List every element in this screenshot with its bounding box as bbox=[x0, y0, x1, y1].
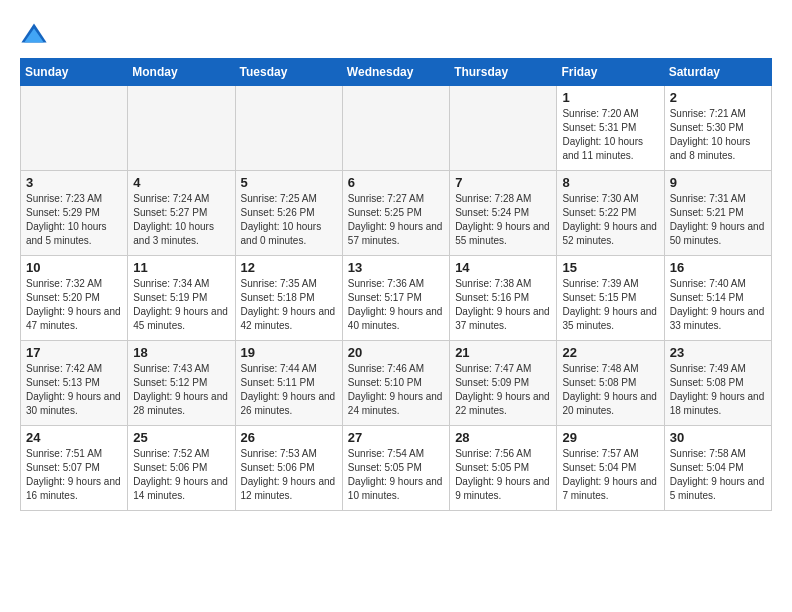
day-info: Sunrise: 7:23 AMSunset: 5:29 PMDaylight:… bbox=[26, 192, 122, 248]
day-number: 22 bbox=[562, 345, 658, 360]
day-number: 16 bbox=[670, 260, 766, 275]
calendar-day-cell: 19Sunrise: 7:44 AMSunset: 5:11 PMDayligh… bbox=[235, 341, 342, 426]
day-number: 23 bbox=[670, 345, 766, 360]
day-number: 5 bbox=[241, 175, 337, 190]
page-header bbox=[20, 20, 772, 48]
calendar-day-cell: 27Sunrise: 7:54 AMSunset: 5:05 PMDayligh… bbox=[342, 426, 449, 511]
calendar-table: SundayMondayTuesdayWednesdayThursdayFrid… bbox=[20, 58, 772, 511]
day-number: 10 bbox=[26, 260, 122, 275]
calendar-day-cell: 9Sunrise: 7:31 AMSunset: 5:21 PMDaylight… bbox=[664, 171, 771, 256]
calendar-day-cell: 18Sunrise: 7:43 AMSunset: 5:12 PMDayligh… bbox=[128, 341, 235, 426]
day-info: Sunrise: 7:57 AMSunset: 5:04 PMDaylight:… bbox=[562, 447, 658, 503]
calendar-day-cell: 24Sunrise: 7:51 AMSunset: 5:07 PMDayligh… bbox=[21, 426, 128, 511]
day-info: Sunrise: 7:40 AMSunset: 5:14 PMDaylight:… bbox=[670, 277, 766, 333]
weekday-header-row: SundayMondayTuesdayWednesdayThursdayFrid… bbox=[21, 59, 772, 86]
calendar-day-cell bbox=[21, 86, 128, 171]
day-info: Sunrise: 7:32 AMSunset: 5:20 PMDaylight:… bbox=[26, 277, 122, 333]
day-info: Sunrise: 7:52 AMSunset: 5:06 PMDaylight:… bbox=[133, 447, 229, 503]
day-number: 4 bbox=[133, 175, 229, 190]
calendar-day-cell: 3Sunrise: 7:23 AMSunset: 5:29 PMDaylight… bbox=[21, 171, 128, 256]
day-number: 27 bbox=[348, 430, 444, 445]
day-number: 30 bbox=[670, 430, 766, 445]
day-number: 8 bbox=[562, 175, 658, 190]
day-info: Sunrise: 7:36 AMSunset: 5:17 PMDaylight:… bbox=[348, 277, 444, 333]
calendar-day-cell bbox=[450, 86, 557, 171]
calendar-day-cell bbox=[235, 86, 342, 171]
calendar-day-cell: 28Sunrise: 7:56 AMSunset: 5:05 PMDayligh… bbox=[450, 426, 557, 511]
day-info: Sunrise: 7:30 AMSunset: 5:22 PMDaylight:… bbox=[562, 192, 658, 248]
day-info: Sunrise: 7:51 AMSunset: 5:07 PMDaylight:… bbox=[26, 447, 122, 503]
day-number: 13 bbox=[348, 260, 444, 275]
day-number: 25 bbox=[133, 430, 229, 445]
logo bbox=[20, 20, 52, 48]
calendar-day-cell: 16Sunrise: 7:40 AMSunset: 5:14 PMDayligh… bbox=[664, 256, 771, 341]
day-number: 29 bbox=[562, 430, 658, 445]
day-info: Sunrise: 7:53 AMSunset: 5:06 PMDaylight:… bbox=[241, 447, 337, 503]
day-number: 6 bbox=[348, 175, 444, 190]
calendar-week-row: 10Sunrise: 7:32 AMSunset: 5:20 PMDayligh… bbox=[21, 256, 772, 341]
weekday-header: Sunday bbox=[21, 59, 128, 86]
day-info: Sunrise: 7:56 AMSunset: 5:05 PMDaylight:… bbox=[455, 447, 551, 503]
calendar-day-cell: 1Sunrise: 7:20 AMSunset: 5:31 PMDaylight… bbox=[557, 86, 664, 171]
calendar-day-cell bbox=[342, 86, 449, 171]
day-number: 1 bbox=[562, 90, 658, 105]
day-number: 19 bbox=[241, 345, 337, 360]
day-number: 17 bbox=[26, 345, 122, 360]
calendar-week-row: 3Sunrise: 7:23 AMSunset: 5:29 PMDaylight… bbox=[21, 171, 772, 256]
day-info: Sunrise: 7:46 AMSunset: 5:10 PMDaylight:… bbox=[348, 362, 444, 418]
weekday-header: Thursday bbox=[450, 59, 557, 86]
day-number: 7 bbox=[455, 175, 551, 190]
weekday-header: Wednesday bbox=[342, 59, 449, 86]
day-info: Sunrise: 7:28 AMSunset: 5:24 PMDaylight:… bbox=[455, 192, 551, 248]
calendar-day-cell: 23Sunrise: 7:49 AMSunset: 5:08 PMDayligh… bbox=[664, 341, 771, 426]
calendar-day-cell: 30Sunrise: 7:58 AMSunset: 5:04 PMDayligh… bbox=[664, 426, 771, 511]
day-info: Sunrise: 7:21 AMSunset: 5:30 PMDaylight:… bbox=[670, 107, 766, 163]
calendar-day-cell: 2Sunrise: 7:21 AMSunset: 5:30 PMDaylight… bbox=[664, 86, 771, 171]
day-number: 11 bbox=[133, 260, 229, 275]
day-info: Sunrise: 7:43 AMSunset: 5:12 PMDaylight:… bbox=[133, 362, 229, 418]
calendar-day-cell: 22Sunrise: 7:48 AMSunset: 5:08 PMDayligh… bbox=[557, 341, 664, 426]
day-info: Sunrise: 7:54 AMSunset: 5:05 PMDaylight:… bbox=[348, 447, 444, 503]
calendar-day-cell: 10Sunrise: 7:32 AMSunset: 5:20 PMDayligh… bbox=[21, 256, 128, 341]
calendar-day-cell: 4Sunrise: 7:24 AMSunset: 5:27 PMDaylight… bbox=[128, 171, 235, 256]
day-info: Sunrise: 7:44 AMSunset: 5:11 PMDaylight:… bbox=[241, 362, 337, 418]
calendar-day-cell: 15Sunrise: 7:39 AMSunset: 5:15 PMDayligh… bbox=[557, 256, 664, 341]
calendar-week-row: 24Sunrise: 7:51 AMSunset: 5:07 PMDayligh… bbox=[21, 426, 772, 511]
day-info: Sunrise: 7:39 AMSunset: 5:15 PMDaylight:… bbox=[562, 277, 658, 333]
day-number: 20 bbox=[348, 345, 444, 360]
logo-icon bbox=[20, 20, 48, 48]
weekday-header: Tuesday bbox=[235, 59, 342, 86]
calendar-week-row: 1Sunrise: 7:20 AMSunset: 5:31 PMDaylight… bbox=[21, 86, 772, 171]
calendar-day-cell: 6Sunrise: 7:27 AMSunset: 5:25 PMDaylight… bbox=[342, 171, 449, 256]
day-number: 28 bbox=[455, 430, 551, 445]
day-info: Sunrise: 7:49 AMSunset: 5:08 PMDaylight:… bbox=[670, 362, 766, 418]
day-info: Sunrise: 7:47 AMSunset: 5:09 PMDaylight:… bbox=[455, 362, 551, 418]
calendar-day-cell: 20Sunrise: 7:46 AMSunset: 5:10 PMDayligh… bbox=[342, 341, 449, 426]
calendar-day-cell: 8Sunrise: 7:30 AMSunset: 5:22 PMDaylight… bbox=[557, 171, 664, 256]
calendar-day-cell: 21Sunrise: 7:47 AMSunset: 5:09 PMDayligh… bbox=[450, 341, 557, 426]
day-info: Sunrise: 7:31 AMSunset: 5:21 PMDaylight:… bbox=[670, 192, 766, 248]
calendar-day-cell: 7Sunrise: 7:28 AMSunset: 5:24 PMDaylight… bbox=[450, 171, 557, 256]
day-info: Sunrise: 7:38 AMSunset: 5:16 PMDaylight:… bbox=[455, 277, 551, 333]
calendar-day-cell: 14Sunrise: 7:38 AMSunset: 5:16 PMDayligh… bbox=[450, 256, 557, 341]
day-number: 15 bbox=[562, 260, 658, 275]
calendar-day-cell: 29Sunrise: 7:57 AMSunset: 5:04 PMDayligh… bbox=[557, 426, 664, 511]
calendar-day-cell: 5Sunrise: 7:25 AMSunset: 5:26 PMDaylight… bbox=[235, 171, 342, 256]
calendar-day-cell: 25Sunrise: 7:52 AMSunset: 5:06 PMDayligh… bbox=[128, 426, 235, 511]
day-info: Sunrise: 7:27 AMSunset: 5:25 PMDaylight:… bbox=[348, 192, 444, 248]
day-number: 26 bbox=[241, 430, 337, 445]
calendar-day-cell bbox=[128, 86, 235, 171]
day-number: 21 bbox=[455, 345, 551, 360]
day-number: 9 bbox=[670, 175, 766, 190]
weekday-header: Monday bbox=[128, 59, 235, 86]
day-number: 12 bbox=[241, 260, 337, 275]
weekday-header: Friday bbox=[557, 59, 664, 86]
weekday-header: Saturday bbox=[664, 59, 771, 86]
day-number: 3 bbox=[26, 175, 122, 190]
calendar-day-cell: 13Sunrise: 7:36 AMSunset: 5:17 PMDayligh… bbox=[342, 256, 449, 341]
day-info: Sunrise: 7:42 AMSunset: 5:13 PMDaylight:… bbox=[26, 362, 122, 418]
day-number: 18 bbox=[133, 345, 229, 360]
day-number: 14 bbox=[455, 260, 551, 275]
calendar-day-cell: 17Sunrise: 7:42 AMSunset: 5:13 PMDayligh… bbox=[21, 341, 128, 426]
day-info: Sunrise: 7:25 AMSunset: 5:26 PMDaylight:… bbox=[241, 192, 337, 248]
